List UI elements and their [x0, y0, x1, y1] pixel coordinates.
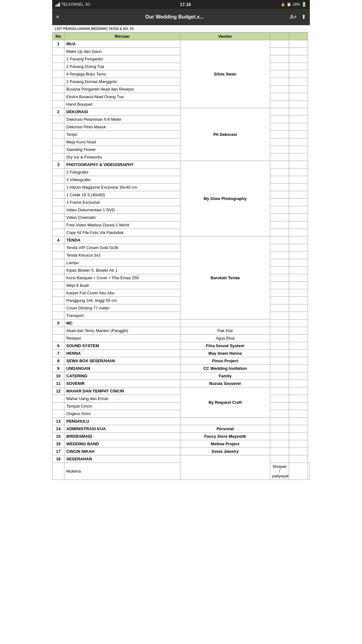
category-no: 16 — [52, 440, 64, 448]
category-label: WEDDING BAND — [64, 440, 180, 448]
item-no — [52, 63, 64, 70]
vendor-cell: PA Dekorasi — [180, 108, 270, 161]
category-no: 11 — [52, 380, 64, 387]
table-row: 1 MUA Silvia Swan — [52, 40, 310, 48]
table-row: 5 MC — [52, 319, 310, 327]
item-no — [52, 267, 64, 274]
item-no — [52, 176, 64, 184]
table-row: 9 UNDANGAN CC Wedding Invitation — [52, 365, 310, 372]
item-no — [52, 206, 64, 214]
item-no — [52, 184, 64, 191]
category-no: 14 — [52, 425, 64, 433]
item-label: 2 Fotografer — [64, 169, 180, 176]
item-no — [52, 78, 64, 86]
vendor-cell: Fancy Store Mayestik — [180, 433, 270, 440]
table-row: 4 TENDA Barokah Tenda — [52, 236, 310, 244]
item-label: Standing Flower — [64, 146, 180, 153]
item-label: Tenda VIP Cream Gold 5x36 — [64, 244, 180, 252]
table-row: 16 WEDDING BAND Mellow Project — [52, 440, 310, 448]
category-label: SESERAHAN — [64, 455, 180, 463]
item-label: Tenjor — [64, 131, 180, 138]
document-subtitle: LIST PENGELUARAN WEDDING YESSI & DO_DI — [52, 25, 310, 32]
category-label: TENDA — [64, 236, 180, 244]
category-no: 7 — [52, 350, 64, 357]
item-no — [52, 123, 64, 131]
category-label: CATERING — [64, 372, 180, 380]
item-label: Dekorasi Pintu Masuk — [64, 123, 180, 131]
item-no — [52, 191, 64, 199]
item-label: Mukena — [64, 463, 180, 480]
category-label: UNDANGAN — [64, 365, 180, 372]
item-no — [52, 244, 64, 252]
item-label: Busana Pengantin Akad dan Resepsi — [64, 86, 180, 93]
category-label: HENNA — [64, 350, 180, 357]
vendor-cell: Barokah Tenda — [180, 236, 270, 319]
item-label: Meja Kursi Akad — [64, 138, 180, 146]
col-header-vendor: Vendor — [180, 33, 270, 40]
item-label: 1 Cetak 16 S (40x60) — [64, 191, 180, 199]
table-row: 10 CATERING Family — [52, 372, 310, 380]
item-label: Akad dan Temu Manten (Panggih) — [64, 327, 180, 335]
item-no — [52, 86, 64, 93]
vendor-cell: Sovia Jewelry — [180, 448, 270, 455]
item-label: Video Dokumentasi 1 DVD — [64, 206, 180, 214]
vendor-cell — [180, 455, 270, 480]
item-label: Resepsi — [64, 335, 180, 342]
category-label: MC — [64, 319, 180, 327]
item-label: 2 Pasang Domas Manggolo — [64, 78, 180, 86]
item-label: Tenda Kerucut 3x3 — [64, 252, 180, 259]
category-no: 18 — [52, 455, 64, 463]
table-row: 15 BRIDESMAID Fancy Store Mayestik — [52, 433, 310, 440]
vendor-cell: My Glow Photography — [180, 161, 270, 236]
category-label: PENGHULU — [64, 418, 180, 425]
category-label: BRIDESMAID — [64, 433, 180, 440]
vendor-cell: Mellow Project — [180, 440, 270, 448]
table-row: 13 PENGHULU — [52, 418, 310, 425]
status-left: TELKOMSEL 3G — [55, 2, 90, 7]
table-row: 7 HENNA May Imam Henna — [52, 350, 310, 357]
font-size-icon[interactable]: A+ — [290, 14, 297, 20]
item-no — [52, 259, 64, 267]
share-icon[interactable]: ⬆ — [301, 14, 306, 20]
category-no: 13 — [52, 418, 64, 425]
table-row: Resepsi Agus Riva — [52, 335, 310, 342]
table-row: 11 SOVENIR Nuzula Souvenir — [52, 380, 310, 387]
signal-icon — [55, 3, 60, 7]
category-label: DEKORASI — [64, 108, 180, 116]
lock-icon: 🔒 — [281, 2, 285, 7]
close-button[interactable]: × — [56, 14, 59, 20]
table-row: 2 DEKORASI PA Dekorasi — [52, 108, 310, 116]
network-label: 3G — [85, 2, 90, 7]
table-row: 17 CINCIN NIKAH Sovia Jewelry — [52, 448, 310, 455]
table-row: 6 SOUND SYSTEM Fitra Sound System — [52, 342, 310, 350]
vendor-cell — [180, 418, 270, 425]
item-no — [52, 101, 64, 108]
item-label: Panggung 2x6, tinggi 50 cm — [64, 297, 180, 304]
item-label: 1 Album Magazine Exclusive 30x40 cm — [64, 184, 180, 191]
vendor-cell: Agus Riva — [180, 335, 270, 342]
vendor-cell: Nuzula Souvenir — [180, 380, 270, 387]
item-no — [52, 116, 64, 123]
vendor-cell: Pinus Project — [180, 357, 270, 365]
col-header-no: No — [52, 33, 64, 40]
category-no: 2 — [52, 108, 64, 116]
category-label: ADMINISTRASI KUA — [64, 425, 180, 433]
category-no: 12 — [52, 387, 64, 395]
category-no: 9 — [52, 365, 64, 372]
item-no — [52, 410, 64, 418]
item-no — [52, 169, 64, 176]
category-label: MAHAR DAN TEMPAT CINCIN — [64, 387, 180, 395]
vendor-cell: Personal — [180, 425, 270, 433]
item-no — [52, 131, 64, 138]
status-right: 🔒 ⏰ 18% 🔋 — [281, 2, 307, 7]
item-label: 2 Pasang Orang Tua — [64, 63, 180, 70]
col-header-extra2 — [289, 33, 308, 40]
category-no: 10 — [52, 372, 64, 380]
item-label: Make Up dan Gaun — [64, 48, 180, 55]
item-label: Copy All File Foto Via Flashdisk — [64, 229, 180, 236]
category-no: 8 — [52, 357, 64, 365]
item-no — [52, 395, 64, 402]
category-no: 4 — [52, 236, 64, 244]
category-label: SEWA BOX SESERAHAN — [64, 357, 180, 365]
table-row: 8 SEWA BOX SESERAHAN Pinus Project — [52, 357, 310, 365]
